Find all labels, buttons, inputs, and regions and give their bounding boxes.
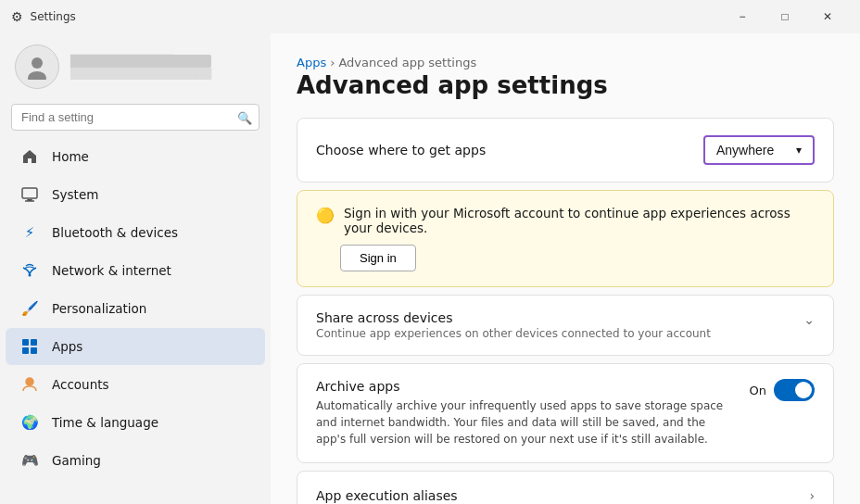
- share-devices-title: Share across devices: [316, 310, 803, 325]
- breadcrumb: Apps › Advanced app settings: [297, 56, 834, 69]
- svg-rect-9: [31, 347, 37, 354]
- sidebar-item-network-label: Network & internet: [52, 263, 250, 278]
- choose-apps-card: Choose where to get apps Anywhere ▾: [297, 118, 834, 183]
- sidebar-item-home[interactable]: Home: [6, 138, 265, 175]
- app-body: ████████████ ██████████████████ 🔍 Home: [0, 33, 860, 504]
- archive-toggle[interactable]: [774, 379, 815, 401]
- sidebar-item-accounts[interactable]: Accounts: [6, 366, 265, 403]
- sidebar-item-apps-label: Apps: [52, 339, 250, 354]
- chevron-down-icon: ⌄: [803, 312, 815, 327]
- choose-apps-row: Choose where to get apps Anywhere ▾: [297, 119, 833, 182]
- share-devices-card: Share across devices Continue app experi…: [297, 295, 834, 356]
- search-input[interactable]: [11, 104, 259, 131]
- user-info: ████████████ ██████████████████: [70, 55, 211, 80]
- page-header: Apps › Advanced app settings Advanced ap…: [297, 56, 834, 99]
- sidebar-item-personalization[interactable]: 🖌️ Personalization: [6, 290, 265, 327]
- apps-icon: [20, 337, 39, 356]
- sidebar-item-system-label: System: [52, 187, 250, 202]
- minimize-button[interactable]: −: [721, 3, 764, 31]
- notice-text: Sign in with your Microsoft account to c…: [344, 206, 815, 235]
- choose-apps-dropdown[interactable]: Anywhere ▾: [703, 135, 815, 165]
- bluetooth-icon: ⚡: [20, 223, 39, 242]
- system-icon: [20, 185, 39, 204]
- svg-rect-7: [31, 339, 37, 346]
- gaming-icon: 🎮: [20, 451, 39, 470]
- sidebar-item-bluetooth-label: Bluetooth & devices: [52, 225, 250, 240]
- user-email: ██████████████████: [70, 68, 211, 80]
- share-devices-subtitle: Continue app experiences on other device…: [316, 327, 803, 340]
- search-icon: 🔍: [237, 110, 252, 124]
- archive-apps-card: Archive apps Automatically archive your …: [297, 363, 834, 463]
- settings-icon: ⚙: [11, 9, 23, 24]
- avatar: [15, 44, 59, 89]
- svg-rect-8: [22, 347, 29, 354]
- title-bar-left: ⚙ Settings: [11, 9, 76, 24]
- dropdown-value: Anywhere: [716, 143, 774, 158]
- title-bar: ⚙ Settings − □ ✕: [0, 0, 860, 33]
- title-bar-controls: − □ ✕: [721, 3, 849, 31]
- content-area: Apps › Advanced app settings Advanced ap…: [271, 33, 860, 504]
- time-icon: 🌍: [20, 413, 39, 432]
- home-icon: [20, 147, 39, 166]
- sidebar-item-bluetooth[interactable]: ⚡ Bluetooth & devices: [6, 214, 265, 251]
- close-button[interactable]: ✕: [806, 3, 849, 31]
- network-icon: [20, 261, 39, 280]
- choose-apps-label: Choose where to get apps: [316, 143, 486, 158]
- sidebar-item-gaming-label: Gaming: [52, 453, 250, 468]
- archive-title: Archive apps: [316, 379, 735, 394]
- toggle-thumb: [795, 382, 812, 398]
- sidebar-nav: Home System ⚡ Bluetooth & devices: [0, 138, 271, 480]
- search-box: 🔍: [11, 104, 259, 131]
- svg-point-0: [32, 57, 43, 69]
- personalization-icon: 🖌️: [20, 299, 39, 318]
- breadcrumb-current: Advanced app settings: [338, 56, 476, 69]
- sidebar-item-time[interactable]: 🌍 Time & language: [6, 404, 265, 441]
- sidebar-item-accounts-label: Accounts: [52, 377, 250, 392]
- sidebar-item-system[interactable]: System: [6, 176, 265, 213]
- breadcrumb-apps-link[interactable]: Apps: [297, 56, 326, 69]
- notice-row: 🟡 Sign in with your Microsoft account to…: [316, 206, 815, 235]
- share-devices-row[interactable]: Share across devices Continue app experi…: [297, 296, 833, 355]
- app-execution-aliases-card: App execution aliases ›: [297, 471, 834, 504]
- alias-title: App execution aliases: [316, 488, 458, 503]
- alias-row[interactable]: App execution aliases ›: [297, 472, 833, 504]
- toggle-on-label: On: [750, 384, 766, 397]
- chevron-right-icon: ›: [809, 488, 815, 503]
- signin-notice-card: 🟡 Sign in with your Microsoft account to…: [297, 190, 834, 287]
- page-title: Advanced app settings: [297, 71, 834, 99]
- svg-point-10: [26, 378, 33, 385]
- signin-button[interactable]: Sign in: [340, 245, 416, 271]
- info-icon: 🟡: [316, 207, 335, 224]
- svg-point-5: [29, 274, 32, 277]
- accounts-icon: [20, 375, 39, 394]
- dropdown-chevron-icon: ▾: [796, 144, 802, 157]
- archive-desc: Automatically archive your infrequently …: [316, 397, 735, 447]
- svg-rect-6: [22, 339, 29, 346]
- user-profile[interactable]: ████████████ ██████████████████: [0, 33, 271, 104]
- sidebar-item-gaming[interactable]: 🎮 Gaming: [6, 442, 265, 479]
- sidebar-item-personalization-label: Personalization: [52, 301, 250, 316]
- sidebar-item-apps[interactable]: Apps: [6, 328, 265, 365]
- sidebar: ████████████ ██████████████████ 🔍 Home: [0, 33, 271, 504]
- svg-point-1: [28, 71, 46, 80]
- title-bar-title: Settings: [31, 10, 76, 23]
- archive-text: Archive apps Automatically archive your …: [316, 379, 735, 447]
- sidebar-item-home-label: Home: [52, 149, 250, 164]
- archive-toggle-area: On: [750, 379, 815, 401]
- svg-rect-2: [22, 188, 37, 198]
- sidebar-item-network[interactable]: Network & internet: [6, 252, 265, 289]
- breadcrumb-separator: ›: [330, 56, 335, 69]
- sidebar-item-time-label: Time & language: [52, 415, 250, 430]
- user-name: ████████████: [70, 55, 211, 68]
- maximize-button[interactable]: □: [764, 3, 806, 31]
- share-devices-content: Share across devices Continue app experi…: [316, 310, 803, 340]
